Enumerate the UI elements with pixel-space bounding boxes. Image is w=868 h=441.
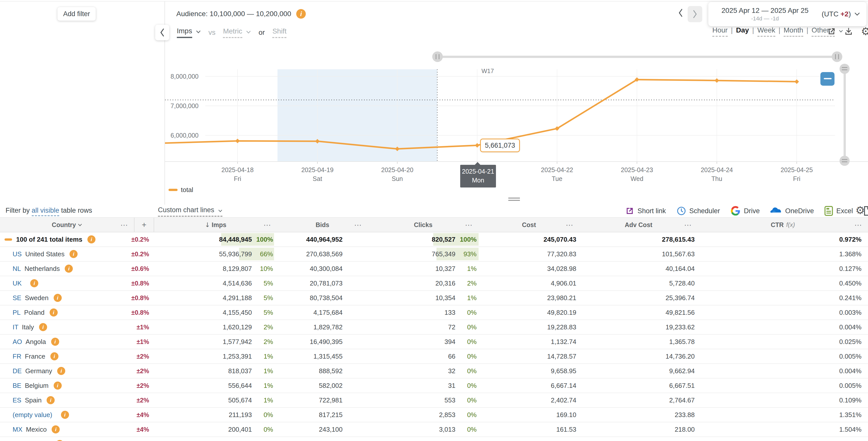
table-row[interactable]: FR France i ±2% 1,253,3911% 1,315,455 66… — [0, 349, 868, 364]
country-code[interactable]: SE — [12, 294, 22, 302]
column-menu-icon[interactable]: ⋯ — [120, 220, 128, 229]
table-row[interactable]: UK i ±0.8% 4,514,6365% 20,781,073 20,316… — [0, 276, 868, 291]
column-header-ctr[interactable]: CTR f(x) ⋯ — [698, 218, 868, 232]
shift-select[interactable]: Shift — [272, 27, 286, 38]
info-icon[interactable]: i — [61, 411, 69, 419]
country-code[interactable]: AO — [12, 338, 22, 346]
table-row[interactable]: 100 of 241 total items i ±0.2% 84,448,94… — [0, 232, 868, 247]
column-header-cost[interactable]: Cost ⋯ — [478, 218, 579, 232]
column-header-imps[interactable]: ↓ Imps ⋯ — [154, 218, 277, 232]
sampling-error-cell: ±2% — [134, 349, 154, 363]
column-menu-icon[interactable]: ⋯ — [684, 220, 692, 229]
table-row[interactable]: US United States i ±0.2% 55,936,79966% 2… — [0, 247, 868, 262]
y-slider-handle-bottom[interactable] — [840, 156, 849, 166]
table-row[interactable]: AU Australia i ±4% 154,1570% 311,924 1,8… — [0, 437, 868, 441]
column-header-adv-cost[interactable]: Adv Cost ⋯ — [579, 218, 698, 232]
country-code[interactable]: NL — [12, 265, 21, 273]
gear-icon[interactable]: ⚙ — [861, 26, 868, 37]
open-in-new-icon[interactable] — [827, 27, 836, 36]
table-row[interactable]: BE Belgium i ±2% 556,6441% 582,002 310% … — [0, 379, 868, 393]
column-menu-icon[interactable]: ⋯ — [855, 220, 862, 229]
secondary-metric-select[interactable]: Metric — [223, 27, 251, 38]
onedrive-button[interactable]: OneDrive — [770, 207, 814, 215]
info-icon[interactable]: i — [51, 352, 58, 360]
country-code[interactable]: ES — [12, 396, 22, 404]
table-row[interactable]: ES Spain i ±2% 505,6741% 722,981 5530% 2… — [0, 393, 868, 408]
table-row[interactable]: MX Mexico i ±4% 200,4010% 243,100 3,0130… — [0, 422, 868, 437]
country-code[interactable]: US — [12, 250, 22, 258]
info-icon[interactable]: i — [39, 323, 47, 331]
column-menu-icon[interactable]: ⋯ — [264, 220, 271, 229]
column-header-country[interactable]: Country ⋯ — [0, 218, 134, 232]
imps-cell: 4,155,4505% — [154, 305, 277, 320]
info-icon[interactable]: i — [30, 279, 38, 287]
tab-hour[interactable]: Hour — [712, 26, 728, 37]
tab-week[interactable]: Week — [757, 26, 775, 37]
table-row[interactable]: NL Netherlands i ±0.6% 8,129,80710% 40,3… — [0, 262, 868, 276]
info-icon[interactable]: i — [46, 396, 55, 404]
chart-resize-handle[interactable] — [508, 198, 520, 202]
country-code[interactable]: MX — [12, 425, 23, 434]
info-icon[interactable]: i — [296, 9, 306, 19]
google-drive-button[interactable]: Drive — [731, 206, 760, 216]
scheduler-button[interactable]: Scheduler — [677, 206, 720, 216]
date-prev-button[interactable] — [678, 8, 683, 18]
info-icon[interactable]: i — [51, 338, 59, 346]
chart-y-slider[interactable] — [840, 64, 849, 166]
info-icon[interactable]: i — [56, 440, 64, 441]
series-drag-handle[interactable] — [820, 72, 835, 86]
info-icon[interactable]: i — [65, 265, 73, 273]
add-filter-button[interactable]: Add filter — [57, 7, 96, 21]
sampling-error-cell: ±0.8% — [134, 276, 154, 290]
table-row[interactable]: AO Angola i ±1% 1,577,9422% 16,490,395 3… — [0, 335, 868, 349]
slider-handle-left[interactable] — [432, 51, 443, 62]
info-icon[interactable]: i — [50, 308, 58, 317]
tab-day[interactable]: Day — [736, 26, 749, 34]
tab-month[interactable]: Month — [784, 26, 803, 37]
excel-export-button[interactable]: Excel — [825, 206, 853, 216]
info-icon[interactable]: i — [54, 382, 62, 390]
table-settings-gear-icon[interactable]: ⚙ — [856, 205, 865, 216]
onedrive-cloud-icon — [770, 207, 782, 215]
country-code[interactable]: UK — [12, 280, 22, 287]
custom-chart-lines-select[interactable]: Custom chart lines — [158, 206, 222, 217]
country-code[interactable]: IT — [12, 323, 19, 331]
short-link-button[interactable]: Short link — [625, 206, 666, 215]
column-header-bids[interactable]: Bids ⋯ — [277, 218, 368, 232]
country-name: 100 of 241 total items — [16, 236, 82, 243]
info-icon[interactable]: i — [69, 250, 78, 258]
column-menu-icon[interactable]: ⋯ — [354, 220, 362, 229]
all-visible-link[interactable]: all visible — [32, 207, 59, 216]
collapse-panel-button[interactable] — [155, 25, 169, 40]
table-row[interactable]: PL Poland i ±0.8% 4,155,4505% 4,175,684 … — [0, 305, 868, 320]
country-code[interactable]: BE — [12, 382, 22, 390]
column-header-clicks[interactable]: Clicks ⋯ — [368, 218, 478, 232]
table-row[interactable]: IT Italy i ±1% 1,620,1292% 1,829,782 720… — [0, 320, 868, 335]
add-column-button[interactable]: + — [134, 218, 154, 232]
info-icon[interactable]: i — [57, 367, 65, 375]
country-code[interactable]: PL — [12, 309, 21, 317]
country-code[interactable]: DE — [12, 367, 22, 375]
bids-cell: 80,738,504 — [277, 291, 368, 305]
column-menu-icon[interactable]: ⋯ — [566, 220, 573, 229]
bids-cell: 1,829,782 — [277, 320, 368, 334]
download-icon[interactable] — [844, 27, 854, 36]
column-menu-icon[interactable]: ⋯ — [465, 220, 472, 229]
date-range-picker[interactable]: 2025 Apr 12 — 2025 Apr 25 -14d — -1d (UT… — [708, 2, 867, 26]
slider-handle-right[interactable] — [832, 51, 842, 62]
date-next-button[interactable] — [688, 6, 702, 22]
chart-range-slider[interactable] — [432, 51, 842, 62]
info-icon[interactable]: i — [54, 294, 62, 302]
table-row[interactable]: DE Germany i ±2% 818,0371% 888,592 320% … — [0, 364, 868, 379]
y-slider-handle-top[interactable] — [840, 64, 849, 74]
info-icon[interactable]: i — [52, 425, 60, 434]
info-icon[interactable]: i — [87, 235, 95, 243]
line-chart[interactable]: 8,000,0007,000,0006,000,000W17 — [165, 40, 868, 205]
country-code[interactable]: AU — [12, 440, 22, 441]
primary-metric-select[interactable]: Imps — [177, 27, 201, 38]
chart-legend[interactable]: total — [168, 186, 193, 194]
country-code[interactable]: FR — [12, 353, 22, 360]
table-row[interactable]: SE Sweden i ±0.8% 4,291,1885% 80,738,504… — [0, 291, 868, 305]
country-code[interactable]: (empty value) — [12, 411, 52, 419]
table-row[interactable]: (empty value) i ±4% 211,1930% 817,215 2,… — [0, 408, 868, 422]
